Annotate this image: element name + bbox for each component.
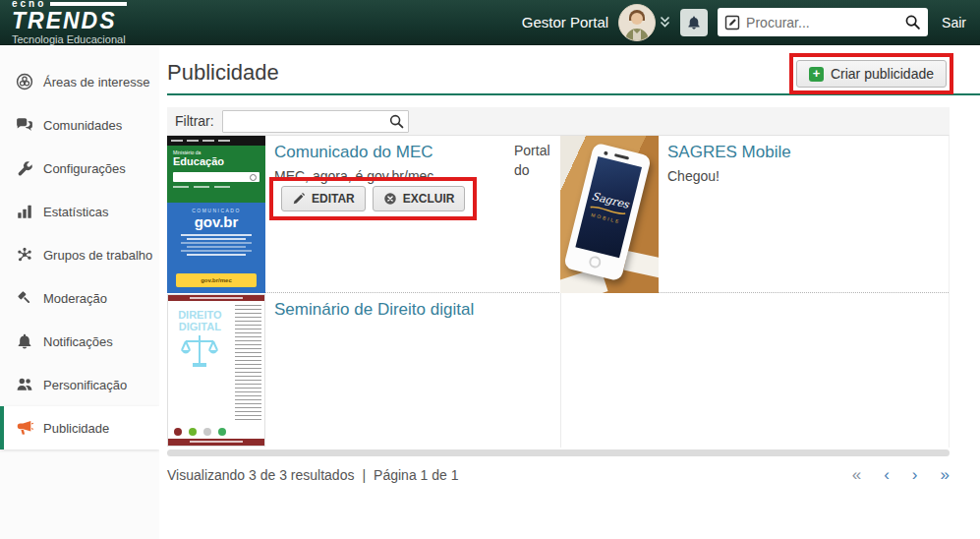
sidebar-item-grupos-de-trabalho[interactable]: Grupos de trabalho	[0, 233, 159, 276]
ad-title-link[interactable]: SAGRES Mobile	[667, 143, 945, 162]
table-footer: Visualizando 3 de 3 resultados | Página …	[167, 465, 950, 485]
table-row: 1º SEMINÁRIO DE DIREITO DIGITAL	[167, 293, 949, 448]
sidebar-item-comunidades[interactable]: Comunidades	[0, 103, 159, 147]
global-search[interactable]	[718, 8, 928, 36]
scales-of-justice-icon	[179, 332, 220, 370]
sidebar-item-areas-de-interesse[interactable]: Áreas de interesse	[0, 60, 159, 103]
sidebar-item-label: Personificação	[43, 378, 127, 392]
table-row: Ministério da Educação COMUNICADO gov.br…	[167, 136, 949, 293]
interests-icon	[15, 73, 33, 90]
bar-chart-icon	[15, 203, 33, 220]
pagination-last-button[interactable]: »	[941, 465, 950, 485]
mec-search-bar	[173, 172, 259, 182]
annotation-box-create: + Criar publicidade	[789, 53, 953, 94]
ads-table: Ministério da Educação COMUNICADO gov.br…	[167, 135, 950, 448]
sidebar-item-label: Publicidade	[43, 421, 109, 436]
empty-cell	[560, 293, 949, 448]
sidebar-item-personificacao[interactable]: Personificação	[0, 363, 159, 406]
chat-bubbles-icon	[15, 116, 33, 134]
top-header: ecno TRENDS Tecnologia Educacional Gesto…	[0, 0, 980, 45]
plus-icon: +	[809, 67, 824, 82]
poster-title-1: DIREITO	[178, 310, 221, 322]
search-icon[interactable]	[388, 113, 405, 130]
sidebar-item-estatisticas[interactable]: Estatísticas	[0, 190, 159, 233]
ad-cell-seminario: 1º SEMINÁRIO DE DIREITO DIGITAL	[167, 293, 560, 448]
wrench-icon	[15, 159, 33, 177]
delete-button[interactable]: EXCLUIR	[373, 186, 466, 211]
search-input[interactable]	[746, 15, 898, 30]
sidebar-item-label: Moderação	[43, 291, 107, 306]
edit-button-label: EDITAR	[312, 192, 355, 206]
mec-ministry: Educação	[173, 155, 259, 167]
mec-cta-button: gov.br/mec	[176, 273, 257, 287]
edit-button[interactable]: EDITAR	[281, 186, 366, 211]
ad-thumbnail-seminario[interactable]: 1º SEMINÁRIO DE DIREITO DIGITAL	[167, 294, 265, 447]
sidebar-item-publicidade[interactable]: Publicidade	[0, 406, 159, 449]
logout-link[interactable]: Sair	[942, 15, 966, 30]
sidebar-item-label: Notificações	[43, 334, 113, 349]
bell-icon	[15, 332, 33, 350]
notifications-button[interactable]	[680, 9, 708, 36]
sidebar-item-label: Comunidades	[43, 118, 122, 133]
ad-description: Chegou!	[667, 168, 945, 184]
ad-cell-comunicado-mec: Ministério da Educação COMUNICADO gov.br…	[167, 136, 560, 292]
pencil-icon	[292, 192, 306, 206]
footer-separator: |	[362, 467, 366, 483]
mec-brand: gov.br	[195, 213, 239, 230]
page-count-text: Página 1 de 1	[374, 467, 458, 483]
ad-side-text: Portal do	[514, 142, 557, 180]
app-logo: ecno TRENDS Tecnologia Educacional	[12, 0, 127, 45]
avatar-illustration	[619, 5, 655, 40]
megaphone-icon	[15, 419, 33, 437]
users-icon	[15, 376, 33, 393]
ad-title-link[interactable]: Seminário de Direito digital	[274, 300, 556, 320]
sidebar-item-label: Grupos de trabalho	[43, 248, 152, 263]
sidebar-item-label: Estatísticas	[43, 205, 108, 219]
poster-date-1: 9 e 10	[191, 371, 208, 378]
logo-main-text: TRENDS	[12, 10, 127, 32]
user-name-label: Gestor Portal	[522, 14, 608, 30]
sidebar-item-label: Configurações	[43, 161, 126, 176]
sidebar-item-notificacoes[interactable]: Notificações	[0, 320, 159, 363]
filter-label: Filtrar:	[175, 113, 214, 129]
avatar[interactable]	[618, 4, 656, 41]
poster-logos	[168, 424, 264, 439]
horizontal-scrollbar[interactable]	[167, 449, 950, 456]
bell-icon	[686, 15, 702, 30]
gavel-icon	[15, 289, 33, 307]
poster-title-2: DIGITAL	[179, 322, 221, 333]
results-count-text: Visualizando 3 de 3 resultados	[167, 467, 354, 483]
pagination-prev-button[interactable]: ‹	[884, 465, 890, 485]
chevron-double-down-icon[interactable]	[660, 16, 670, 29]
edit-note-icon	[724, 15, 740, 30]
logo-tagline: Tecnologia Educacional	[12, 34, 127, 45]
pagination-next-button[interactable]: ›	[912, 465, 918, 485]
pagination-first-button[interactable]: «	[852, 465, 861, 485]
sidebar-item-moderacao[interactable]: Moderação	[0, 276, 159, 320]
create-publicidade-button[interactable]: + Criar publicidade	[796, 60, 947, 88]
poster-date-3: 2019	[191, 384, 208, 392]
sidebar-item-label: Áreas de interesse	[43, 75, 149, 90]
pagination: « ‹ › »	[852, 465, 950, 485]
circle-x-icon	[383, 192, 397, 206]
delete-button-label: EXCLUIR	[403, 192, 455, 206]
search-icon[interactable]	[904, 14, 921, 30]
poster-schedule-lines	[235, 305, 261, 420]
user-menu[interactable]	[618, 4, 670, 41]
filter-bar: Filtrar:	[167, 107, 950, 135]
annotation-box-actions: EDITAR EXCLUIR	[269, 177, 477, 220]
sidebar-item-configuracoes[interactable]: Configurações	[0, 147, 159, 190]
main-content: Publicidade + Criar publicidade Filtrar:	[159, 46, 980, 539]
logo-bar	[50, 2, 127, 6]
ad-thumbnail-sagres[interactable]: Sagres MOBILE	[560, 136, 659, 293]
ad-thumbnail-mec[interactable]: Ministério da Educação COMUNICADO gov.br…	[167, 136, 265, 293]
ad-cell-sagres: Sagres MOBILE SAGRES Mobile Chegou!	[560, 136, 949, 292]
filter-input[interactable]	[222, 110, 409, 133]
sidebar-nav: Áreas de interesse Comunidades Configura…	[0, 46, 159, 539]
create-button-label: Criar publicidade	[831, 66, 934, 82]
network-nodes-icon	[15, 246, 33, 264]
